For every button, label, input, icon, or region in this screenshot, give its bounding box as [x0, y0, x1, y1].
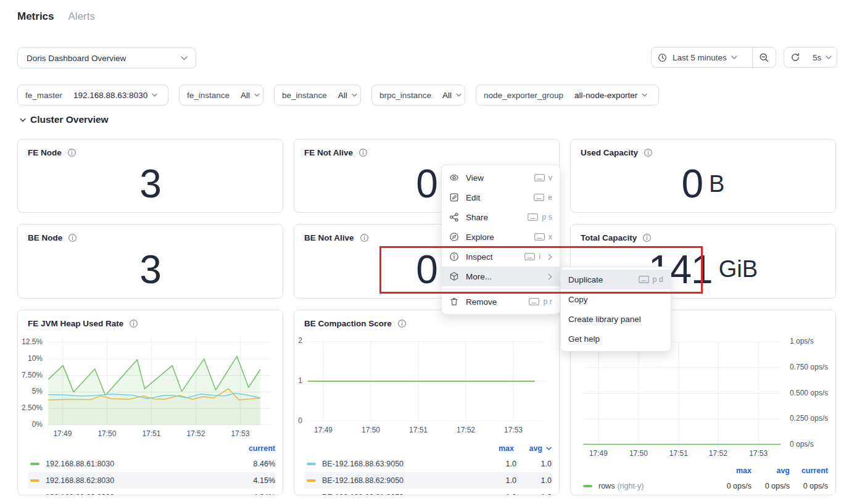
variable-fe-master: fe_master 192.168.88.63:8030	[17, 85, 168, 105]
variable-value-dropdown[interactable]: All	[327, 91, 360, 100]
legend-header-current[interactable]: current	[232, 444, 275, 453]
more-submenu: Duplicate p d Copy Create library panel …	[560, 266, 671, 352]
keyboard-icon	[528, 213, 538, 221]
x-axis-tick-label: 17:51	[142, 429, 160, 438]
variable-brpc-instance: brpc_instance All	[371, 85, 465, 105]
submenu-item-get-help[interactable]: Get help	[561, 329, 671, 349]
legend-row[interactable]: 192.168.88.62:8030 4.15%	[28, 472, 275, 489]
legend-header-avg[interactable]: avg	[752, 466, 790, 475]
variable-value-dropdown[interactable]: all-node-exporter	[563, 91, 650, 100]
x-axis-tick-label: 17:51	[669, 449, 688, 458]
cube-icon	[449, 271, 459, 281]
y-axis-tick-label: 2	[298, 336, 302, 345]
dashboard-select[interactable]: Doris Dashboard Overview	[17, 48, 196, 68]
chart-plot-area[interactable]: 1 ops/s0.750 ops/s0.500 ops/s0.250 ops/s…	[583, 342, 781, 445]
series-swatch	[30, 463, 39, 465]
menu-item-view[interactable]: View v	[442, 168, 560, 188]
stat-suffix: B	[709, 171, 724, 197]
legend-header-max[interactable]: max	[484, 444, 514, 453]
y-axis-tick-label: 2.50%	[22, 403, 43, 412]
refresh-interval-value: 5s	[813, 53, 821, 62]
line-chart	[308, 341, 545, 421]
chevron-down-icon	[254, 93, 260, 97]
series-swatch	[307, 479, 316, 482]
chevron-down-icon	[642, 93, 647, 97]
tab-metrics[interactable]: Metrics	[17, 10, 54, 23]
stat-value: 0	[416, 161, 437, 207]
legend-row[interactable]: rows(right-y) 0 ops/s 0 ops/s 0 ops/s	[581, 477, 828, 494]
variable-label: brpc_instance	[372, 91, 431, 100]
panel-be-compaction-score: BE Compaction Score 01217:4917:5017:5117…	[294, 310, 560, 495]
time-controls-group: Last 5 minutes	[651, 47, 776, 68]
time-range-picker[interactable]: Last 5 minutes	[652, 48, 752, 67]
legend-row[interactable]: 192.168.88.63:8030 4.04%	[28, 489, 275, 495]
legend-row[interactable]: 192.168.88.61:8030 8.46%	[28, 455, 275, 472]
zoom-out-button[interactable]	[753, 48, 776, 67]
y-axis-tick-label: 12.5%	[22, 337, 43, 346]
tab-alerts[interactable]: Alerts	[68, 10, 95, 23]
x-axis-tick-label: 17:53	[504, 426, 523, 434]
legend-header-current[interactable]: current	[790, 466, 828, 475]
menu-item-inspect[interactable]: Inspect i	[442, 247, 560, 266]
clock-icon	[658, 53, 667, 62]
section-cluster-overview[interactable]: Cluster Overview	[20, 114, 109, 125]
menu-item-remove[interactable]: Remove p r	[442, 292, 560, 312]
menu-item-share[interactable]: Share p s	[442, 207, 560, 227]
menu-item-edit[interactable]: Edit e	[442, 188, 560, 207]
refresh-controls-group: 5s	[784, 47, 837, 68]
chart-plot-area[interactable]: 01217:4917:5017:5117:5217:53	[308, 341, 545, 421]
submenu-item-create-library-panel[interactable]: Create library panel	[561, 309, 671, 329]
variable-value-dropdown[interactable]: All	[431, 91, 464, 100]
legend-row[interactable]: BE-192.168.88.61:9050 1.0 1.0	[304, 489, 552, 495]
panel-fe-node: FE Node 3	[17, 139, 283, 213]
legend-row[interactable]: BE-192.168.88.62:9050 1.0 1.0	[304, 472, 552, 489]
chevron-down-icon	[456, 93, 462, 97]
submenu-item-copy[interactable]: Copy	[561, 289, 671, 309]
variable-value-dropdown[interactable]: 192.168.88.63:8030	[62, 91, 160, 100]
legend-row[interactable]: BE-192.168.88.63:9050 1.0 1.0	[304, 455, 552, 472]
variable-fe-instance: fe_instance All	[179, 85, 263, 105]
keyboard-icon	[534, 233, 545, 241]
x-axis-tick-label: 17:49	[53, 429, 72, 438]
variable-value-dropdown[interactable]: All	[230, 91, 262, 100]
line-chart	[48, 337, 270, 425]
refresh-interval-select[interactable]: 5s	[806, 48, 838, 67]
panel-be-node: BE Node 3	[17, 224, 283, 299]
info-icon[interactable]	[129, 319, 138, 328]
variable-be-instance: be_instance All	[274, 85, 361, 105]
legend-axis-note: (right-y)	[617, 482, 644, 490]
variable-label: node_exporter_group	[476, 91, 563, 100]
y-axis-tick-label: 7.50%	[22, 371, 43, 379]
section-title: Cluster Overview	[30, 114, 109, 125]
refresh-button[interactable]	[784, 48, 806, 67]
x-axis-tick-label: 17:52	[709, 449, 727, 458]
legend-header-max[interactable]: max	[707, 466, 752, 475]
series-swatch	[30, 479, 39, 482]
menu-divider	[442, 289, 560, 289]
y-axis-tick-label: 0.250 ops/s	[790, 414, 828, 423]
menu-item-explore[interactable]: Explore x	[442, 227, 560, 247]
stat-suffix: GiB	[719, 256, 758, 283]
chevron-down-icon	[181, 56, 188, 60]
variable-node-exporter-group: node_exporter_group all-node-exporter	[476, 85, 659, 105]
refresh-icon	[790, 52, 800, 62]
chart-plot-area[interactable]: 0%2.50%5%7.50%10%12.5%17:4917:5017:5117:…	[48, 337, 270, 425]
x-axis-tick-label: 17:50	[362, 426, 380, 434]
y-axis-tick-label: 1 ops/s	[790, 337, 814, 345]
stat-value: 0	[682, 161, 703, 207]
chevron-right-icon	[548, 254, 552, 260]
menu-item-more[interactable]: More...	[442, 266, 560, 286]
series-swatch	[583, 485, 592, 487]
info-icon[interactable]	[397, 319, 407, 328]
dashboard-select-value: Doris Dashboard Overview	[18, 54, 176, 63]
chart-legend: max avg current rows(right-y) 0 ops/s 0 …	[581, 464, 828, 494]
submenu-item-duplicate[interactable]: Duplicate p d	[561, 270, 671, 289]
sort-chevron-icon	[546, 447, 552, 450]
y-axis-tick-label: 0.500 ops/s	[790, 389, 828, 397]
legend-header-avg[interactable]: avg	[515, 444, 542, 453]
keyboard-icon	[534, 194, 544, 201]
chevron-down-icon	[352, 93, 357, 97]
x-axis-tick-label: 17:52	[457, 426, 475, 434]
panel-fe-jvm-heap-used-rate: FE JVM Heap Used Rate 0%2.50%5%7.50%10%1…	[17, 310, 283, 495]
panel-title: FE JVM Heap Used Rate	[28, 319, 123, 328]
